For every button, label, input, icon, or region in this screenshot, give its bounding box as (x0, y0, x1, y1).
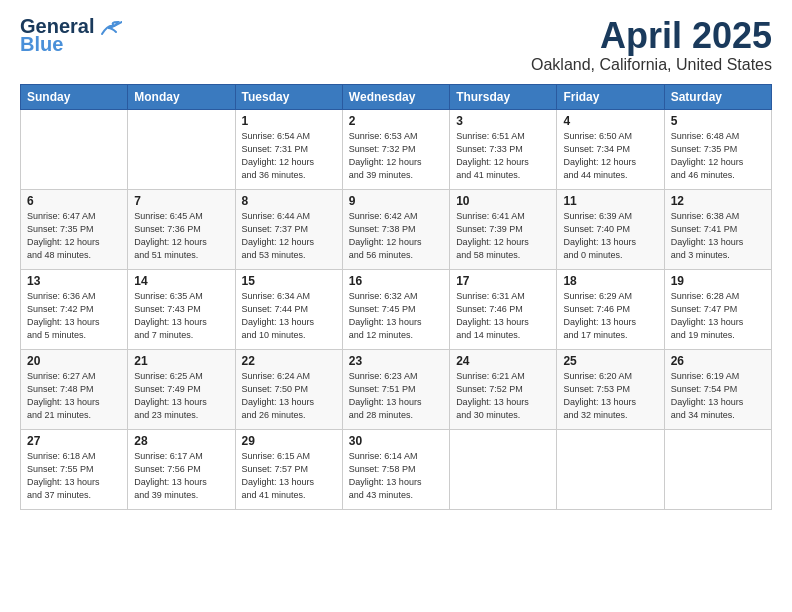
calendar-header: Sunday Monday Tuesday Wednesday Thursday… (21, 84, 772, 109)
header: General Blue April 2025 Oakland, Califor… (20, 16, 772, 74)
table-row: 21Sunrise: 6:25 AMSunset: 7:49 PMDayligh… (128, 349, 235, 429)
table-row: 16Sunrise: 6:32 AMSunset: 7:45 PMDayligh… (342, 269, 449, 349)
day-number: 22 (242, 354, 336, 368)
table-row: 25Sunrise: 6:20 AMSunset: 7:53 PMDayligh… (557, 349, 664, 429)
day-info: Sunrise: 6:44 AMSunset: 7:37 PMDaylight:… (242, 210, 336, 262)
table-row (664, 429, 771, 509)
table-row: 5Sunrise: 6:48 AMSunset: 7:35 PMDaylight… (664, 109, 771, 189)
table-row: 28Sunrise: 6:17 AMSunset: 7:56 PMDayligh… (128, 429, 235, 509)
day-number: 20 (27, 354, 121, 368)
page: General Blue April 2025 Oakland, Califor… (0, 0, 792, 612)
day-number: 5 (671, 114, 765, 128)
day-info: Sunrise: 6:35 AMSunset: 7:43 PMDaylight:… (134, 290, 228, 342)
day-info: Sunrise: 6:15 AMSunset: 7:57 PMDaylight:… (242, 450, 336, 502)
table-row (557, 429, 664, 509)
col-wednesday: Wednesday (342, 84, 449, 109)
page-title: April 2025 (531, 16, 772, 56)
day-info: Sunrise: 6:17 AMSunset: 7:56 PMDaylight:… (134, 450, 228, 502)
day-info: Sunrise: 6:39 AMSunset: 7:40 PMDaylight:… (563, 210, 657, 262)
table-row: 8Sunrise: 6:44 AMSunset: 7:37 PMDaylight… (235, 189, 342, 269)
day-info: Sunrise: 6:20 AMSunset: 7:53 PMDaylight:… (563, 370, 657, 422)
table-row: 1Sunrise: 6:54 AMSunset: 7:31 PMDaylight… (235, 109, 342, 189)
table-row: 29Sunrise: 6:15 AMSunset: 7:57 PMDayligh… (235, 429, 342, 509)
day-number: 6 (27, 194, 121, 208)
table-row: 27Sunrise: 6:18 AMSunset: 7:55 PMDayligh… (21, 429, 128, 509)
table-row: 14Sunrise: 6:35 AMSunset: 7:43 PMDayligh… (128, 269, 235, 349)
day-info: Sunrise: 6:25 AMSunset: 7:49 PMDaylight:… (134, 370, 228, 422)
table-row (21, 109, 128, 189)
title-area: April 2025 Oakland, California, United S… (531, 16, 772, 74)
logo: General Blue (20, 16, 122, 54)
day-info: Sunrise: 6:53 AMSunset: 7:32 PMDaylight:… (349, 130, 443, 182)
day-info: Sunrise: 6:54 AMSunset: 7:31 PMDaylight:… (242, 130, 336, 182)
calendar-table: Sunday Monday Tuesday Wednesday Thursday… (20, 84, 772, 510)
day-number: 4 (563, 114, 657, 128)
day-number: 14 (134, 274, 228, 288)
day-number: 10 (456, 194, 550, 208)
table-row (128, 109, 235, 189)
day-info: Sunrise: 6:34 AMSunset: 7:44 PMDaylight:… (242, 290, 336, 342)
day-info: Sunrise: 6:41 AMSunset: 7:39 PMDaylight:… (456, 210, 550, 262)
day-info: Sunrise: 6:31 AMSunset: 7:46 PMDaylight:… (456, 290, 550, 342)
day-number: 24 (456, 354, 550, 368)
day-info: Sunrise: 6:47 AMSunset: 7:35 PMDaylight:… (27, 210, 121, 262)
table-row: 17Sunrise: 6:31 AMSunset: 7:46 PMDayligh… (450, 269, 557, 349)
day-info: Sunrise: 6:32 AMSunset: 7:45 PMDaylight:… (349, 290, 443, 342)
day-info: Sunrise: 6:14 AMSunset: 7:58 PMDaylight:… (349, 450, 443, 502)
day-number: 9 (349, 194, 443, 208)
day-number: 2 (349, 114, 443, 128)
day-info: Sunrise: 6:51 AMSunset: 7:33 PMDaylight:… (456, 130, 550, 182)
day-number: 21 (134, 354, 228, 368)
col-monday: Monday (128, 84, 235, 109)
col-saturday: Saturday (664, 84, 771, 109)
day-info: Sunrise: 6:48 AMSunset: 7:35 PMDaylight:… (671, 130, 765, 182)
day-number: 27 (27, 434, 121, 448)
day-info: Sunrise: 6:36 AMSunset: 7:42 PMDaylight:… (27, 290, 121, 342)
day-number: 23 (349, 354, 443, 368)
day-number: 29 (242, 434, 336, 448)
day-info: Sunrise: 6:23 AMSunset: 7:51 PMDaylight:… (349, 370, 443, 422)
day-number: 11 (563, 194, 657, 208)
day-number: 26 (671, 354, 765, 368)
day-number: 7 (134, 194, 228, 208)
day-info: Sunrise: 6:21 AMSunset: 7:52 PMDaylight:… (456, 370, 550, 422)
day-number: 13 (27, 274, 121, 288)
table-row: 22Sunrise: 6:24 AMSunset: 7:50 PMDayligh… (235, 349, 342, 429)
table-row (450, 429, 557, 509)
day-info: Sunrise: 6:19 AMSunset: 7:54 PMDaylight:… (671, 370, 765, 422)
calendar-body: 1Sunrise: 6:54 AMSunset: 7:31 PMDaylight… (21, 109, 772, 509)
day-info: Sunrise: 6:29 AMSunset: 7:46 PMDaylight:… (563, 290, 657, 342)
day-info: Sunrise: 6:38 AMSunset: 7:41 PMDaylight:… (671, 210, 765, 262)
day-number: 3 (456, 114, 550, 128)
table-row: 30Sunrise: 6:14 AMSunset: 7:58 PMDayligh… (342, 429, 449, 509)
table-row: 9Sunrise: 6:42 AMSunset: 7:38 PMDaylight… (342, 189, 449, 269)
day-number: 25 (563, 354, 657, 368)
table-row: 23Sunrise: 6:23 AMSunset: 7:51 PMDayligh… (342, 349, 449, 429)
day-number: 1 (242, 114, 336, 128)
table-row: 26Sunrise: 6:19 AMSunset: 7:54 PMDayligh… (664, 349, 771, 429)
day-info: Sunrise: 6:27 AMSunset: 7:48 PMDaylight:… (27, 370, 121, 422)
table-row: 6Sunrise: 6:47 AMSunset: 7:35 PMDaylight… (21, 189, 128, 269)
page-subtitle: Oakland, California, United States (531, 56, 772, 74)
day-info: Sunrise: 6:24 AMSunset: 7:50 PMDaylight:… (242, 370, 336, 422)
day-number: 19 (671, 274, 765, 288)
day-info: Sunrise: 6:28 AMSunset: 7:47 PMDaylight:… (671, 290, 765, 342)
table-row: 18Sunrise: 6:29 AMSunset: 7:46 PMDayligh… (557, 269, 664, 349)
day-number: 28 (134, 434, 228, 448)
day-number: 15 (242, 274, 336, 288)
table-row: 11Sunrise: 6:39 AMSunset: 7:40 PMDayligh… (557, 189, 664, 269)
table-row: 3Sunrise: 6:51 AMSunset: 7:33 PMDaylight… (450, 109, 557, 189)
day-info: Sunrise: 6:45 AMSunset: 7:36 PMDaylight:… (134, 210, 228, 262)
logo-bird-icon (100, 20, 122, 36)
day-number: 18 (563, 274, 657, 288)
col-thursday: Thursday (450, 84, 557, 109)
col-sunday: Sunday (21, 84, 128, 109)
table-row: 20Sunrise: 6:27 AMSunset: 7:48 PMDayligh… (21, 349, 128, 429)
col-tuesday: Tuesday (235, 84, 342, 109)
table-row: 24Sunrise: 6:21 AMSunset: 7:52 PMDayligh… (450, 349, 557, 429)
table-row: 4Sunrise: 6:50 AMSunset: 7:34 PMDaylight… (557, 109, 664, 189)
day-number: 17 (456, 274, 550, 288)
table-row: 10Sunrise: 6:41 AMSunset: 7:39 PMDayligh… (450, 189, 557, 269)
table-row: 7Sunrise: 6:45 AMSunset: 7:36 PMDaylight… (128, 189, 235, 269)
day-number: 16 (349, 274, 443, 288)
